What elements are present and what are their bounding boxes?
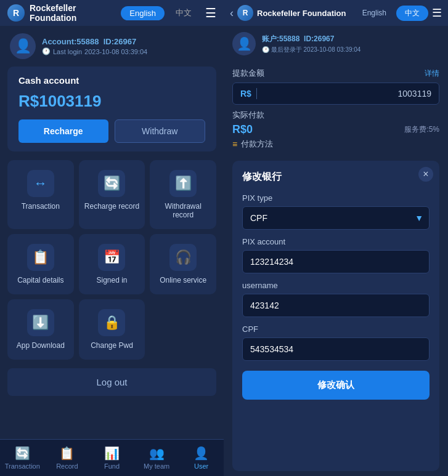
detail-link[interactable]: 详情: [425, 68, 439, 79]
bottom-user-label: User: [194, 462, 208, 470]
payment-method-row: ≡ 付款方法: [232, 139, 439, 150]
app-download-icon: ⬇️: [27, 309, 54, 336]
recharge-button[interactable]: Recharge: [18, 119, 108, 143]
menu-label-withdrawal-record: Withdrawal record: [155, 202, 211, 219]
lang-en-right-btn[interactable]: English: [356, 6, 393, 20]
bottom-nav-record[interactable]: 📋 Record: [45, 443, 90, 472]
amount-value: 1003119: [397, 89, 431, 99]
bottom-nav: 🔄 Transaction 📋 Record 📊 Fund 👥 My team …: [0, 439, 224, 476]
brand-name-left: Rockefeller Foundation: [30, 3, 116, 23]
modal-title: 修改银行: [242, 171, 430, 184]
menu-item-recharge-record[interactable]: 🔄 Recharge record: [79, 160, 145, 229]
right-panel: ‹ R Rockefeller Foundation English 中文 ☰ …: [224, 0, 448, 476]
user-account-right: 账户:55888 ID:26967: [262, 34, 360, 44]
cpf-input[interactable]: [242, 337, 430, 361]
brand-name-right: Rockefeller Foundation: [257, 9, 352, 18]
confirm-button[interactable]: 修改确认: [242, 371, 430, 400]
avatar-right: 👤: [232, 32, 256, 55]
recharge-record-icon: 🔄: [98, 170, 125, 197]
menu-item-signed-in[interactable]: 📅 Signed in: [79, 234, 145, 294]
menu-item-app-download[interactable]: ⬇️ App Download: [7, 299, 74, 360]
menu-label-app-download: App Download: [17, 341, 65, 350]
username-label: username: [242, 281, 430, 290]
bottom-nav-user[interactable]: 👤 User: [179, 443, 224, 472]
menu-label-change-pwd: Change Pwd: [91, 341, 133, 350]
bottom-user-icon: 👤: [193, 446, 209, 461]
actual-amount-row: R$0 服务费:5%: [232, 123, 439, 136]
username-input[interactable]: [242, 294, 430, 317]
change-pwd-icon: 🔒: [98, 309, 125, 336]
signed-in-icon: 📅: [98, 244, 125, 271]
bottom-record-label: Record: [56, 462, 78, 470]
menu-label-transaction: Transaction: [22, 202, 60, 211]
payment-method-icon: ≡: [232, 139, 237, 149]
amount-row: 提款金额 详情: [232, 68, 439, 79]
bottom-fund-label: Fund: [104, 462, 120, 470]
cash-account-section: Cash account R$1003119 Recharge Withdraw: [7, 67, 216, 151]
pix-account-label: PIX account: [242, 237, 430, 246]
actual-payment-label: 实际付款: [232, 110, 439, 121]
lang-zh-right-btn[interactable]: 中文: [396, 6, 428, 21]
menu-item-capital-details[interactable]: 📋 Capital details: [7, 234, 74, 294]
logout-section: Log out: [0, 368, 224, 403]
menu-item-change-pwd[interactable]: 🔒 Change Pwd: [79, 299, 145, 360]
top-nav-right: ‹ R Rockefeller Foundation English 中文 ☰: [224, 0, 448, 26]
bottom-transaction-label: Transaction: [5, 462, 40, 470]
hamburger-icon-right[interactable]: ☰: [432, 6, 442, 20]
cpf-label: CPF: [242, 325, 430, 334]
online-service-icon: 🎧: [169, 244, 197, 271]
pix-type-label: PIX type: [242, 193, 430, 203]
logo-right: R: [237, 5, 253, 21]
bottom-myteam-label: My team: [144, 462, 169, 470]
capital-details-icon: 📋: [27, 244, 54, 271]
bottom-nav-transaction[interactable]: 🔄 Transaction: [0, 443, 45, 472]
bottom-record-icon: 📋: [59, 446, 75, 461]
clock-icon-right: 🕐: [262, 46, 269, 53]
transaction-icon: ↔️: [27, 170, 54, 197]
user-info-left: Account:55888 ID:26967 🕐 Last login 2023…: [42, 37, 214, 55]
menu-item-transaction[interactable]: ↔️ Transaction: [7, 160, 74, 229]
bottom-myteam-icon: 👥: [149, 446, 165, 461]
lang-chinese-btn[interactable]: 中文: [169, 5, 198, 21]
back-button[interactable]: ‹: [230, 7, 234, 20]
hamburger-icon-left[interactable]: ☰: [205, 6, 216, 20]
clock-icon: 🕐: [42, 47, 51, 55]
lang-english-btn[interactable]: English: [121, 6, 165, 20]
logout-button[interactable]: Log out: [7, 368, 216, 396]
menu-item-withdrawal-record[interactable]: ⬆️ Withdrawal record: [150, 160, 216, 229]
pix-type-select-wrapper: CPF CNPJ Email Phone EVP ▼: [242, 206, 430, 230]
action-buttons: Recharge Withdraw: [18, 119, 205, 143]
logo-left: R: [7, 4, 25, 22]
amount-input-row: R$ 1003119: [232, 83, 439, 105]
menu-label-recharge-record: Recharge record: [84, 202, 139, 211]
pix-type-select[interactable]: CPF CNPJ Email Phone EVP: [242, 206, 430, 230]
menu-label-capital-details: Capital details: [17, 276, 63, 284]
actual-amount: R$0: [232, 123, 253, 136]
service-fee: 服务费:5%: [404, 124, 439, 135]
menu-item-online-service[interactable]: 🎧 Online service: [150, 234, 216, 294]
bottom-fund-icon: 📊: [104, 446, 120, 461]
bottom-nav-fund[interactable]: 📊 Fund: [89, 443, 134, 472]
withdraw-form: 提款金额 详情 R$ 1003119 实际付款 R$0 服务费:5% ≡ 付款方…: [224, 62, 448, 156]
user-login-right: 🕐 最后登录于 2023-10-08 03:39:04: [262, 46, 360, 54]
avatar-left: 👤: [10, 33, 36, 59]
left-panel: R Rockefeller Foundation English 中文 ☰ 👤 …: [0, 0, 224, 476]
amount-label: 提款金额: [232, 68, 264, 79]
user-section-left: 👤 Account:55888 ID:26967 🕐 Last login 20…: [0, 26, 224, 67]
pix-account-input[interactable]: [242, 250, 430, 273]
payment-method-text: 付款方法: [241, 139, 273, 150]
user-section-right: 👤 账户:55888 ID:26967 🕐 最后登录于 2023-10-08 0…: [224, 26, 448, 62]
withdraw-button[interactable]: Withdraw: [115, 119, 206, 143]
bottom-nav-myteam[interactable]: 👥 My team: [134, 443, 179, 472]
user-info-right: 账户:55888 ID:26967 🕐 最后登录于 2023-10-08 03:…: [262, 34, 360, 54]
modal-overlay: × 修改银行 PIX type CPF CNPJ Email Phone EVP…: [232, 161, 439, 471]
cash-account-title: Cash account: [18, 75, 205, 86]
modal-close-button[interactable]: ×: [418, 167, 433, 182]
grid-menu: ↔️ Transaction 🔄 Recharge record ⬆️ With…: [0, 151, 224, 368]
user-login-left: 🕐 Last login 2023-10-08 03:39:04: [42, 47, 214, 55]
currency-label: R$: [240, 89, 251, 99]
menu-label-signed-in: Signed in: [96, 276, 127, 284]
bottom-transaction-icon: 🔄: [15, 446, 30, 461]
menu-label-online-service: Online service: [160, 276, 206, 284]
withdrawal-record-icon: ⬆️: [169, 170, 197, 197]
